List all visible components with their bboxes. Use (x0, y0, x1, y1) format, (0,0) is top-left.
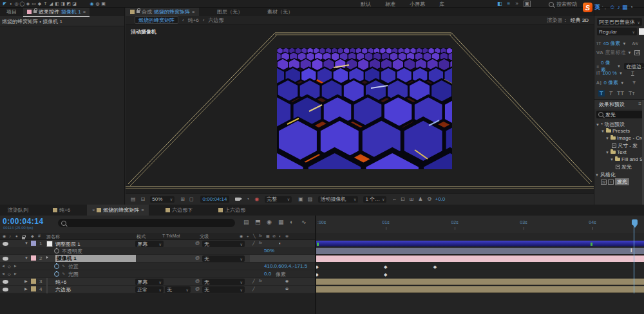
brush-tool[interactable]: ◢ (48, 1, 54, 7)
layer-row-3[interactable]: ▶ 3 纯+6 屏幕 @ 无 ╱ fx ⊕ (0, 278, 316, 285)
pen-tool[interactable]: ◆ (37, 1, 43, 7)
mode-column-label[interactable]: 模式 (137, 234, 146, 240)
threed-switch[interactable]: ⊕ (285, 279, 289, 283)
tab-comp-pure6[interactable]: 纯+6 (53, 207, 70, 214)
pickwhip-icon[interactable]: @ (195, 255, 200, 260)
tree-item-fill-stroke-folder[interactable]: ▼ Fill and S (610, 156, 644, 162)
workspace-small-screen[interactable]: 小屏幕 (410, 1, 425, 8)
people-tool-icon[interactable]: ◉ (89, 1, 95, 7)
property-row-aperture[interactable]: ◀ ◇ ▶ ∿ 光圈 0.0 像素 (0, 270, 316, 277)
aperture-value[interactable]: 0.0 (264, 271, 271, 277)
timeline-button-icon[interactable]: ш (410, 197, 413, 202)
property-name[interactable]: 位置 (68, 263, 79, 270)
mask-visibility-icon[interactable]: ◻ (189, 197, 194, 202)
type-tool[interactable]: T (43, 1, 48, 7)
label-swatch-pink[interactable] (31, 255, 36, 261)
small-caps-button[interactable]: Tт (629, 91, 635, 97)
twirl-right-icon[interactable]: ▶ (24, 287, 28, 291)
prev-keyframe-icon[interactable]: ◀ (2, 272, 5, 275)
workspace-libraries[interactable]: 库 (439, 1, 444, 8)
stroke-style-dropdown[interactable]: 在描边… (624, 63, 644, 69)
threed-switch[interactable]: ⊕ (285, 287, 289, 291)
tree-item-presets-folder[interactable]: ▼ Presets (601, 128, 630, 134)
eye-icon[interactable] (3, 280, 8, 284)
comp-timecode[interactable]: 0:00:04:14 (200, 196, 230, 203)
snapshot-camera-icon[interactable] (235, 198, 240, 201)
layer-bar-pure6[interactable] (316, 279, 644, 285)
label-swatch-lavender[interactable] (31, 241, 36, 246)
label-swatch-tan[interactable] (31, 279, 36, 284)
parent-column-label[interactable]: 父级 (200, 234, 209, 240)
eye-icon[interactable] (3, 257, 8, 261)
tree-item-preset-glow[interactable]: 发光 (616, 163, 632, 171)
workspace-bars-icon[interactable]: ≡ (507, 1, 511, 6)
transparency-grid-icon[interactable]: ▨ (308, 197, 313, 202)
help-search[interactable]: 搜索帮助 (549, 1, 577, 8)
snap-toggle-icon[interactable]: ▣ (524, 1, 531, 7)
twirl-down-icon[interactable]: ▼ (24, 241, 28, 245)
faux-bold-button[interactable]: T (598, 90, 605, 97)
twirl-down-icon[interactable]: ▼ (601, 129, 605, 133)
layer-name-selected-bg[interactable]: 摄像机 1 (55, 255, 136, 262)
channels-icon[interactable]: ◉ (254, 197, 259, 202)
stopwatch-icon[interactable] (54, 264, 59, 269)
layer-row-2-selected[interactable]: ▼ 2 摄像机 1 @ 无 (0, 255, 316, 262)
faux-italic-button[interactable]: T (609, 91, 613, 97)
tree-item-preset-size-glow[interactable]: 尺寸 - 发 (612, 142, 644, 149)
mask-shape-tool[interactable]: ▭ (31, 1, 37, 7)
timeline-search-input[interactable] (58, 219, 235, 227)
mini-flowchart-icon[interactable]: ▤ (243, 219, 249, 225)
font-family-dropdown[interactable]: 阿里巴巴普惠体 (597, 18, 642, 26)
twirl-down-icon[interactable]: ▼ (596, 123, 600, 127)
parent-dropdown[interactable]: 无 (202, 241, 245, 247)
trkmat-dropdown[interactable]: 无 (165, 286, 191, 293)
property-name[interactable]: 光圈 (68, 271, 79, 278)
font-size-value[interactable]: 45 像素 (603, 40, 620, 47)
hand-tool[interactable]: ◖ (8, 1, 14, 7)
font-style-dropdown[interactable]: Regular (597, 28, 637, 35)
tracking-dropdown-arrow[interactable]: ▼ (617, 64, 621, 68)
fx-switch[interactable]: fx (259, 279, 262, 282)
property-row-opacity[interactable]: 不透明度 50% (0, 247, 316, 254)
panel-menu-icon[interactable] (638, 102, 641, 107)
panel-menu-icon[interactable] (83, 10, 86, 14)
orbit-camera-tool[interactable]: ◯ (19, 1, 25, 7)
breadcrumb-grandparent[interactable]: 六边形 (208, 17, 223, 24)
region-of-interest-icon[interactable]: ▣ (298, 197, 303, 202)
monitor-icon[interactable]: ⊟ (141, 197, 146, 202)
renderer-info[interactable]: 渲染器： 经典 3D (547, 17, 589, 24)
show-snapshot-icon[interactable]: ◔ (246, 197, 249, 202)
vertical-scale-dropdown-arrow[interactable]: ▼ (619, 71, 623, 75)
baseline-dropdown-arrow[interactable]: ▼ (620, 81, 624, 85)
graph-editor-icon[interactable]: ∿ (301, 219, 307, 225)
ime-logo-icon[interactable]: S (583, 3, 592, 12)
roto-brush-tool[interactable]: ◩ (66, 1, 71, 7)
keyframe-diamond-aperture[interactable]: ◆ (384, 272, 387, 276)
eye-icon[interactable] (3, 288, 8, 291)
tree-item-stylize-category[interactable]: ▼ 风格化 (595, 171, 616, 178)
frame-blend-icon[interactable]: ▦ (278, 219, 284, 225)
prev-keyframe-icon[interactable]: ◀ (2, 264, 5, 268)
next-keyframe-icon[interactable]: ▶ (14, 264, 17, 268)
mode-dropdown[interactable]: 屏幕 (135, 279, 164, 285)
layer-row-1[interactable]: ▼ 1 调整图层 1 屏幕 @ 无 ╱ fx ◐ (0, 240, 316, 247)
tree-item-glow-effect[interactable]: 32 ⚡ 发光 (601, 178, 629, 185)
tab-comp-hexup[interactable]: 上六边形 (218, 207, 245, 214)
stopwatch-icon[interactable] (54, 248, 59, 254)
playhead-marker[interactable] (632, 219, 638, 225)
exposure-value[interactable]: +0.0 (435, 196, 446, 202)
label-swatch-tan[interactable] (31, 286, 36, 291)
magnification-dropdown[interactable]: 50% (150, 196, 175, 203)
active-camera-dropdown[interactable]: 活动摄像机 (318, 196, 358, 203)
draft-3d-icon[interactable]: ⬒ (255, 219, 261, 225)
clone-stamp-tool[interactable]: ◧ (54, 1, 60, 7)
shy-layers-icon[interactable]: ◉ (267, 219, 272, 225)
effects-presets-header[interactable]: 效果和预设 (594, 100, 644, 109)
layer-name[interactable]: 六边形 (55, 286, 71, 293)
layer-row-4[interactable]: ▶ 4 六边形 正常 无 @ 无 ╱ ⊕ (0, 286, 316, 293)
layer-bar-hexagon[interactable] (316, 286, 644, 293)
fx-switch[interactable]: fx (259, 241, 262, 245)
adjustment-switch[interactable]: ◐ (279, 241, 281, 245)
twirl-down-icon[interactable]: ▼ (605, 151, 609, 154)
layer-bar-adjustment[interactable] (316, 241, 644, 246)
